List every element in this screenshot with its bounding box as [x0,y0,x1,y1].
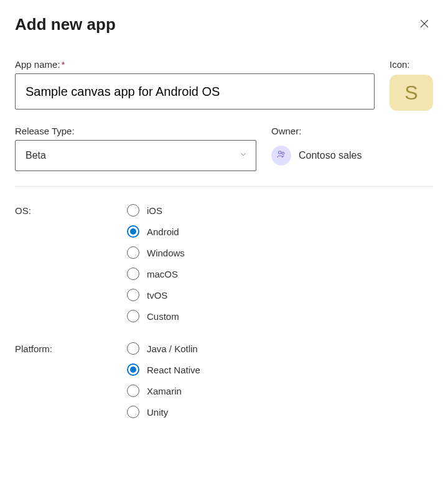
radio-label: Java / Kotlin [147,343,198,354]
required-asterisk: * [62,59,65,70]
radio-label: Windows [147,248,185,258]
os-option-custom[interactable]: Custom [127,310,185,322]
radio-icon [127,246,139,259]
app-icon-tile[interactable]: S [390,75,433,111]
radio-icon [127,342,139,355]
radio-label: macOS [147,269,178,279]
close-icon [418,17,431,32]
platform-option-react-native[interactable]: React Native [127,363,200,376]
radio-label: tvOS [147,290,167,301]
icon-label: Icon: [390,59,433,70]
people-icon [276,149,287,162]
radio-icon [127,204,139,217]
owner-avatar [271,146,291,166]
owner-label: Owner: [271,126,433,136]
platform-option-java-kotlin[interactable]: Java / Kotlin [127,342,200,355]
radio-icon [127,385,139,397]
platform-option-unity[interactable]: Unity [127,406,200,418]
os-option-tvos[interactable]: tvOS [127,289,185,301]
owner-name: Contoso sales [299,150,362,161]
release-type-label: Release Type: [15,126,256,136]
radio-label: Xamarin [147,386,182,396]
radio-label: Android [147,226,179,237]
dialog-title: Add new app [15,15,116,34]
radio-icon [127,406,139,418]
svg-point-0 [279,151,282,154]
os-radio-group: iOSAndroidWindowsmacOStvOSCustom [127,204,185,322]
radio-icon [127,289,139,301]
radio-label: React Native [147,365,200,375]
radio-label: Custom [147,311,179,322]
platform-label: Platform: [15,342,127,418]
app-icon-letter: S [404,82,418,105]
os-option-macos[interactable]: macOS [127,268,185,280]
os-option-ios[interactable]: iOS [127,204,185,217]
app-name-label: App name:* [15,59,375,70]
release-type-select[interactable]: Beta [15,140,256,171]
radio-label: Unity [147,407,168,418]
platform-option-xamarin[interactable]: Xamarin [127,385,200,397]
radio-icon [127,225,139,238]
owner-picker[interactable]: Contoso sales [271,140,433,171]
release-type-value: Beta [26,150,46,161]
radio-label: iOS [147,205,162,216]
divider [15,186,433,187]
radio-icon [127,310,139,322]
radio-icon [127,268,139,280]
os-option-windows[interactable]: Windows [127,246,185,259]
app-name-input[interactable] [15,73,375,110]
radio-icon [127,363,139,376]
os-label: OS: [15,204,127,322]
os-option-android[interactable]: Android [127,225,185,238]
svg-point-1 [282,152,284,155]
platform-radio-group: Java / KotlinReact NativeXamarinUnity [127,342,200,418]
close-button[interactable] [416,15,433,34]
